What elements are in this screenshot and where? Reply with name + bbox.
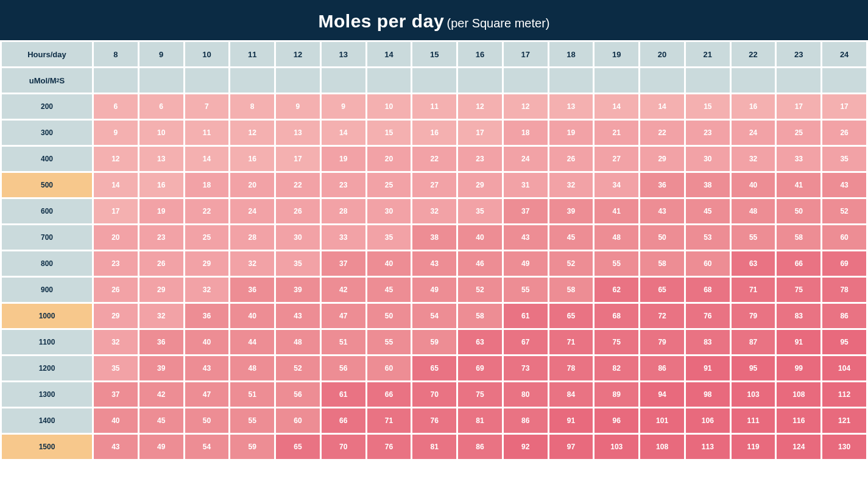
- value-cell: 16: [732, 94, 775, 119]
- value-cell: 116: [777, 408, 820, 433]
- value-cell: 60: [367, 356, 411, 380]
- blank-cell: [185, 68, 229, 93]
- value-cell: 39: [139, 356, 183, 380]
- col-header: 16: [458, 42, 502, 66]
- value-cell: 41: [777, 173, 820, 197]
- blank-cell: [322, 68, 365, 93]
- col-header: 21: [686, 42, 730, 66]
- value-cell: 13: [139, 147, 183, 171]
- col-header: 10: [185, 42, 229, 66]
- value-cell: 8: [230, 94, 274, 119]
- value-cell: 7: [185, 94, 229, 119]
- value-cell: 43: [822, 173, 866, 197]
- value-cell: 108: [640, 435, 684, 459]
- value-cell: 65: [412, 356, 456, 380]
- value-cell: 76: [412, 408, 456, 433]
- value-cell: 81: [458, 408, 502, 433]
- value-cell: 78: [549, 356, 593, 380]
- value-cell: 14: [185, 147, 229, 171]
- blank-cell: [94, 68, 138, 93]
- value-cell: 29: [139, 278, 183, 302]
- value-cell: 40: [230, 304, 274, 328]
- value-cell: 32: [732, 147, 775, 171]
- value-cell: 66: [777, 251, 820, 276]
- value-cell: 19: [322, 147, 365, 171]
- value-cell: 6: [94, 94, 138, 119]
- value-cell: 55: [230, 408, 274, 433]
- value-cell: 52: [276, 356, 320, 380]
- row-header: 400: [2, 147, 92, 171]
- value-cell: 16: [412, 121, 456, 145]
- value-cell: 73: [504, 356, 548, 380]
- value-cell: 23: [322, 173, 365, 197]
- value-cell: 22: [185, 199, 229, 223]
- value-cell: 32: [412, 199, 456, 223]
- value-cell: 71: [367, 408, 411, 433]
- value-cell: 17: [458, 121, 502, 145]
- value-cell: 19: [549, 121, 593, 145]
- value-cell: 23: [94, 251, 138, 276]
- value-cell: 63: [732, 251, 775, 276]
- value-cell: 15: [367, 121, 411, 145]
- value-cell: 104: [822, 356, 866, 380]
- value-cell: 26: [549, 147, 593, 171]
- row-header: 200: [2, 94, 92, 119]
- value-cell: 28: [230, 225, 274, 250]
- value-cell: 23: [139, 225, 183, 250]
- value-cell: 40: [94, 408, 138, 433]
- value-cell: 40: [458, 225, 502, 250]
- col-header: 22: [732, 42, 775, 66]
- col-header: 13: [322, 42, 365, 66]
- col-header: 23: [777, 42, 820, 66]
- value-cell: 43: [185, 356, 229, 380]
- value-cell: 84: [549, 382, 593, 407]
- value-cell: 26: [94, 278, 138, 302]
- value-cell: 94: [640, 382, 684, 407]
- value-cell: 17: [276, 147, 320, 171]
- value-cell: 101: [640, 408, 684, 433]
- blank-cell: [732, 68, 775, 93]
- col-header: 8: [94, 42, 138, 66]
- col-header: 12: [276, 42, 320, 66]
- value-cell: 92: [504, 435, 548, 459]
- value-cell: 71: [549, 330, 593, 354]
- value-cell: 124: [777, 435, 820, 459]
- umol-label: uMol/M2S: [2, 68, 92, 93]
- value-cell: 76: [686, 304, 730, 328]
- blank-cell: [549, 68, 593, 93]
- col-header: 11: [230, 42, 274, 66]
- value-cell: 16: [230, 147, 274, 171]
- value-cell: 60: [822, 225, 866, 250]
- value-cell: 70: [412, 382, 456, 407]
- value-cell: 55: [367, 330, 411, 354]
- value-cell: 89: [595, 382, 638, 407]
- value-cell: 36: [640, 173, 684, 197]
- value-cell: 25: [185, 225, 229, 250]
- value-cell: 99: [777, 356, 820, 380]
- value-cell: 52: [458, 278, 502, 302]
- value-cell: 32: [230, 251, 274, 276]
- value-cell: 48: [732, 199, 775, 223]
- value-cell: 53: [686, 225, 730, 250]
- value-cell: 27: [412, 173, 456, 197]
- row-header: 600: [2, 199, 92, 223]
- value-cell: 16: [139, 173, 183, 197]
- value-cell: 48: [595, 225, 638, 250]
- value-cell: 24: [504, 147, 548, 171]
- value-cell: 58: [458, 304, 502, 328]
- blank-cell: [458, 68, 502, 93]
- value-cell: 14: [640, 94, 684, 119]
- col-header: 18: [549, 42, 593, 66]
- blank-cell: [412, 68, 456, 93]
- row-header: 500: [2, 173, 92, 197]
- value-cell: 29: [185, 251, 229, 276]
- value-cell: 11: [412, 94, 456, 119]
- value-cell: 95: [822, 330, 866, 354]
- value-cell: 21: [595, 121, 638, 145]
- value-cell: 69: [822, 251, 866, 276]
- value-cell: 56: [322, 356, 365, 380]
- blank-cell: [230, 68, 274, 93]
- value-cell: 111: [732, 408, 775, 433]
- value-cell: 81: [412, 435, 456, 459]
- value-cell: 48: [276, 330, 320, 354]
